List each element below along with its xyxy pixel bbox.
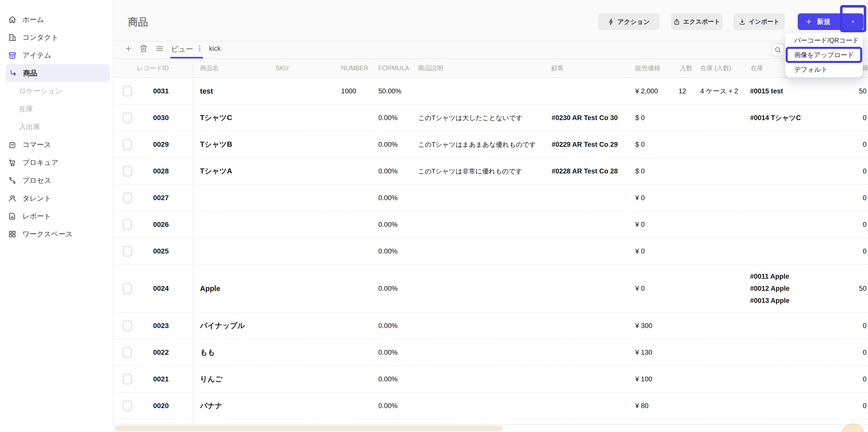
cell-description[interactable]: このTシャツは大したことないです — [418, 113, 559, 122]
table-row[interactable]: 0026 0.00% ¥ 0 0 — [113, 211, 868, 238]
action-button[interactable]: アクション — [598, 13, 659, 30]
sidebar-item-commerce[interactable]: コマース — [0, 136, 113, 154]
cell-record-id[interactable]: 0031 — [133, 87, 169, 95]
cell-price[interactable]: ¥ 0 — [635, 247, 645, 255]
cell-record-id[interactable]: 0025 — [133, 247, 169, 255]
row-checkbox[interactable] — [123, 166, 132, 176]
sidebar-item-locations[interactable]: ロケーション — [0, 82, 113, 100]
cell-price[interactable]: $ 0 — [635, 141, 645, 148]
export-button[interactable]: エクスポート — [671, 13, 722, 30]
cell-formula[interactable]: 50.00% — [378, 87, 402, 95]
table-row[interactable]: 0020 バナナ 0.00% ¥ 80 0 — [113, 393, 868, 420]
column-header-number[interactable]: NUMBER — [341, 59, 368, 77]
sidebar-item-procure[interactable]: プロキュア — [0, 154, 113, 171]
row-checkbox[interactable] — [123, 86, 132, 96]
cell-product-name[interactable]: test — [200, 87, 308, 95]
import-button[interactable]: インポート — [734, 13, 785, 30]
cell-stock-qty[interactable]: 0 — [831, 194, 867, 202]
caret-down-icon[interactable] — [850, 19, 856, 25]
column-header-customer[interactable]: 顧客 — [551, 59, 564, 77]
cell-price[interactable]: ¥ 80 — [635, 402, 649, 410]
cell-record-id[interactable]: 0026 — [133, 221, 169, 229]
kebab-menu-icon[interactable] — [196, 44, 204, 53]
table-row[interactable]: 0022 もも 0.00% ¥ 130 0 — [113, 339, 868, 366]
cell-product-name[interactable]: バナナ — [200, 401, 308, 411]
row-checkbox[interactable] — [123, 246, 132, 257]
list-view-button[interactable] — [155, 44, 164, 53]
table-row[interactable]: 0028 TシャツA 0.00% このTシャツは非常に優れものです #0228 … — [113, 158, 868, 185]
column-header-description[interactable]: 商品説明 — [418, 59, 443, 77]
table-row[interactable]: 0029 TシャツB 0.00% このTシャツはまあまあな優れものです #022… — [113, 131, 868, 158]
sidebar-item-products-active[interactable]: 商品 — [5, 64, 110, 82]
cell-customer[interactable]: #0228 AR Test Co 28 — [552, 167, 618, 175]
cell-formula[interactable]: 0.00% — [378, 375, 398, 383]
row-checkbox[interactable] — [123, 193, 132, 203]
menu-item-default[interactable]: デフォルト — [785, 63, 863, 76]
add-view-button[interactable] — [124, 44, 132, 53]
sidebar-item-talent[interactable]: タレント — [0, 189, 113, 207]
table-row[interactable]: 0021 りんご 0.00% ¥ 100 0 — [113, 366, 868, 393]
horizontal-scrollbar-thumb[interactable] — [114, 426, 503, 431]
column-header-record-id[interactable]: レコードID — [133, 59, 169, 77]
cell-record-id[interactable]: 0022 — [133, 348, 169, 357]
cell-price[interactable]: ¥ 2,000 — [635, 87, 658, 95]
cell-stock-qty[interactable]: 0 — [831, 402, 867, 410]
search-button[interactable] — [771, 43, 784, 56]
cell-price[interactable]: ¥ 0 — [635, 194, 645, 202]
cell-customer[interactable]: #0229 AR Test Co 29 — [552, 141, 618, 148]
cell-number[interactable]: 1000 — [341, 87, 356, 95]
cell-record-id[interactable]: 0027 — [133, 194, 169, 202]
cell-record-id[interactable]: 0024 — [133, 285, 169, 293]
cell-record-id[interactable]: 0021 — [133, 375, 169, 383]
cell-formula[interactable]: 0.00% — [378, 114, 398, 122]
cell-formula[interactable]: 0.00% — [378, 221, 398, 229]
sidebar-item-report[interactable]: レポート — [0, 207, 113, 225]
cell-record-id[interactable]: 0020 — [133, 402, 169, 410]
sidebar-item-items[interactable]: アイテム — [0, 46, 113, 64]
cell-product-name[interactable]: もも — [200, 347, 308, 358]
row-checkbox[interactable] — [123, 347, 132, 358]
cell-product-name[interactable]: TシャツA — [200, 166, 308, 176]
cell-product-name[interactable]: TシャツB — [200, 139, 308, 149]
cell-formula[interactable]: 0.00% — [378, 322, 398, 330]
cell-product-name[interactable]: りんご — [200, 374, 308, 384]
table-row[interactable]: 0031 test 1000 50.00% ¥ 2,000 12 4 ケース +… — [113, 78, 868, 105]
menu-item-upload-image[interactable]: 画像をアップロード — [786, 47, 862, 63]
trash-button[interactable] — [139, 44, 148, 53]
cell-formula[interactable]: 0.00% — [378, 285, 398, 293]
cell-stock-qty[interactable]: 50 — [831, 285, 867, 293]
cell-formula[interactable]: 0.00% — [378, 402, 398, 410]
cell-formula[interactable]: 0.00% — [378, 141, 398, 148]
row-checkbox[interactable] — [123, 401, 132, 411]
cell-stock-qty[interactable]: 0 — [831, 375, 867, 383]
row-checkbox[interactable] — [123, 139, 132, 150]
cell-price[interactable]: $ 0 — [635, 114, 645, 122]
cell-price[interactable]: ¥ 0 — [635, 285, 645, 293]
cell-record-id[interactable]: 0028 — [133, 167, 169, 175]
cell-record-id[interactable]: 0023 — [133, 322, 169, 330]
cell-formula[interactable]: 0.00% — [378, 167, 398, 175]
sidebar-item-contacts[interactable]: コンタクト — [0, 28, 113, 46]
column-header-stock[interactable]: 在庫 — [751, 59, 763, 77]
sidebar-item-process[interactable]: プロセス — [0, 171, 113, 189]
column-header-price[interactable]: 販売価格 — [635, 59, 660, 77]
row-checkbox[interactable] — [123, 219, 132, 230]
cell-record-id[interactable]: 0030 — [133, 114, 169, 122]
table-row[interactable]: 0030 TシャツC 0.00% このTシャツは大したことないです #0230 … — [113, 105, 868, 131]
column-header-clipped[interactable]: 庫 — [863, 59, 868, 77]
row-checkbox[interactable] — [123, 374, 132, 385]
table-row[interactable]: 0025 0.00% ¥ 0 0 — [113, 238, 868, 265]
row-checkbox[interactable] — [123, 112, 132, 123]
cell-product-name[interactable]: TシャツC — [200, 113, 308, 123]
cell-qty[interactable]: 12 — [679, 87, 686, 95]
table-row[interactable]: 0023 パイナップル 0.00% ¥ 300 0 — [113, 313, 868, 339]
cell-price[interactable]: ¥ 0 — [635, 221, 645, 229]
cell-stock-qty[interactable]: 50 — [831, 87, 867, 95]
cell-customer[interactable]: #0230 AR Test Co 30 — [552, 114, 618, 122]
tab-view[interactable]: ビュー — [171, 44, 193, 54]
cell-stock-qty[interactable]: 0 — [831, 221, 867, 229]
cell-description[interactable]: このTシャツは非常に優れものです — [418, 167, 559, 176]
row-checkbox[interactable] — [123, 321, 132, 331]
cell-formula[interactable]: 0.00% — [378, 194, 398, 202]
cell-record-id[interactable]: 0029 — [133, 140, 169, 148]
